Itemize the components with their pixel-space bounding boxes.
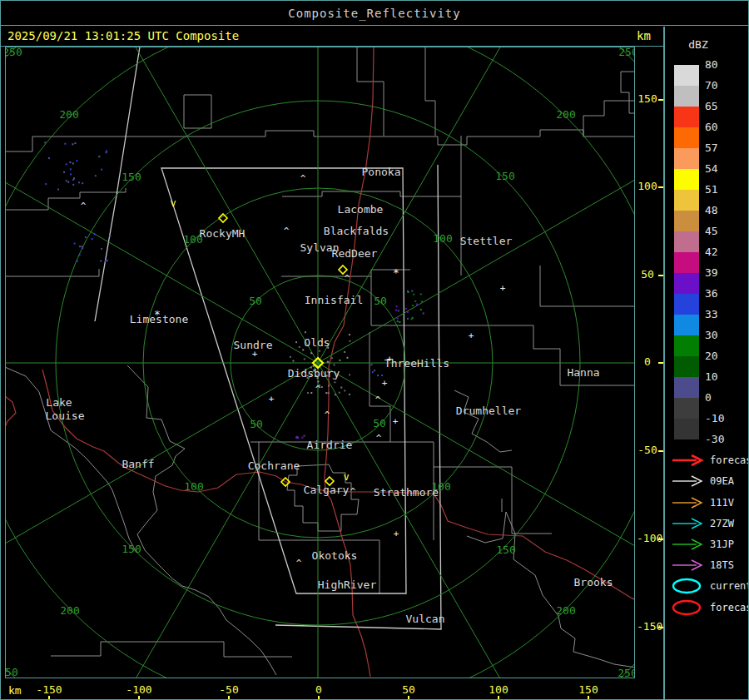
window-title: Composite_Reflectivity — [288, 7, 460, 20]
echo-pixel — [70, 168, 72, 170]
echo-pixel — [408, 291, 409, 293]
city-label-didsbury: Didsbury — [288, 367, 340, 380]
legend-label: 27ZW — [710, 518, 734, 529]
caret-marker-icon: ^ — [325, 410, 330, 420]
echo-pixel — [395, 310, 397, 311]
legend-row-ellipse-forecast: forecast — [670, 598, 749, 618]
dbz-swatch — [674, 231, 699, 252]
echo-pixel — [94, 233, 96, 235]
dbz-swatch — [674, 190, 699, 211]
bottom-axis-tick — [48, 696, 50, 700]
city-label-okotoks: Okotoks — [312, 549, 358, 562]
echo-pixel — [107, 260, 108, 261]
echo-pixel — [290, 356, 291, 358]
dbz-scale-label: 10 — [705, 370, 740, 384]
track-arrow-icon — [670, 474, 707, 489]
dbz-swatch — [674, 148, 699, 169]
dbz-scale-label: 48 — [705, 204, 740, 217]
echo-pixel — [339, 392, 340, 394]
right-distance-axis: 150100500-50-100-150 — [637, 47, 662, 679]
dbz-swatch — [674, 107, 699, 127]
caret-marker-icon: ^ — [296, 558, 302, 568]
echo-pixel — [82, 246, 83, 247]
colorbar-title: dBZ — [665, 38, 732, 51]
city-label-reddeer: RedDeer — [332, 247, 378, 260]
echo-pixel — [407, 318, 409, 320]
echo-pixel — [66, 180, 67, 181]
dbz-swatch — [674, 211, 699, 231]
dbz-scale-label: 36 — [705, 287, 740, 300]
city-label-rockymh: RockyMH — [200, 227, 246, 240]
echo-pixel — [304, 358, 305, 360]
caret-marker-icon: ^ — [284, 226, 290, 236]
bottom-axis-label: 100 — [480, 683, 517, 696]
ring-distance-label: 200 — [59, 108, 78, 121]
city-label-lacombe: Lacombe — [338, 203, 384, 216]
bottom-axis-label: 50 — [390, 683, 427, 696]
bottom-axis-unit-label: km — [8, 684, 22, 697]
radar-map-canvas[interactable]: 2502001501005050100150200250501001502002… — [6, 47, 634, 678]
echo-pixel — [328, 392, 330, 394]
echo-pixel — [78, 181, 80, 183]
track-arrow-icon — [670, 495, 707, 510]
echo-pixel — [349, 334, 350, 335]
ring-distance-label: 100 — [184, 480, 203, 493]
echo-pixel — [82, 182, 83, 184]
echo-pixel — [297, 437, 299, 439]
title-bar: Composite_Reflectivity — [1, 1, 748, 26]
echo-pixel — [396, 305, 398, 307]
echo-pixel — [374, 370, 375, 371]
echo-pixel — [349, 394, 350, 395]
dbz-scale-label: 30 — [705, 329, 740, 342]
echo-pixel — [100, 261, 102, 262]
echo-pixel — [82, 247, 83, 249]
dbz-swatch — [674, 169, 699, 190]
echo-pixel — [73, 177, 75, 179]
city-label-drumheller: Drumheller — [456, 405, 521, 417]
ring-distance-label: 250 — [618, 667, 634, 678]
echo-pixel — [295, 341, 297, 343]
ring-distance-label: 200 — [556, 108, 575, 121]
legend-label: forecast — [710, 602, 749, 613]
bottom-axis-tick — [138, 696, 140, 700]
ring-distance-label: 250 — [618, 47, 634, 58]
echo-pixel — [349, 374, 350, 375]
echo-pixel — [105, 261, 107, 262]
echo-pixel — [397, 318, 399, 320]
echo-pixel — [340, 387, 342, 389]
right-axis-unit-label: km — [637, 29, 651, 42]
dbz-scale-label: 33 — [705, 308, 740, 321]
legend-row-27zw: 27ZW — [670, 516, 749, 533]
city-label-brooks: Brooks — [574, 576, 613, 588]
bottom-axis-label: -100 — [121, 683, 157, 696]
caret-marker-icon: ^ — [315, 384, 321, 395]
echo-pixel — [344, 390, 345, 391]
ring-distance-label: 250 — [6, 666, 18, 678]
echo-pixel — [95, 175, 97, 176]
ring-distance-label: 150 — [122, 171, 141, 183]
caret-marker-icon: ^ — [350, 486, 356, 497]
plus-marker-icon: + — [382, 378, 388, 389]
dbz-scale-label: 80 — [705, 58, 740, 72]
star-marker-icon: * — [154, 308, 161, 320]
echo-pixel — [74, 142, 76, 144]
caret-marker-icon: ^ — [376, 433, 382, 444]
echo-pixel — [85, 236, 87, 238]
echo-pixel — [98, 156, 100, 157]
bottom-axis-label: -50 — [211, 683, 247, 696]
echo-pixel — [101, 169, 102, 171]
legend-row-31jp: 31JP — [670, 537, 749, 554]
legend-row-ellipse-current: current — [670, 576, 749, 596]
bottom-distance-axis: km -150-100-50050100150 — [1, 680, 663, 700]
echo-pixel — [339, 360, 340, 361]
echo-pixel — [66, 163, 67, 165]
plus-marker-icon: + — [500, 283, 506, 294]
dbz-swatch — [674, 86, 699, 107]
dbz-scale-label: 54 — [705, 162, 740, 176]
echo-pixel — [327, 361, 329, 363]
echo-pixel — [293, 360, 295, 362]
legend-label: 111V — [710, 497, 734, 509]
dbz-swatch — [674, 127, 699, 148]
track-arrow-icon — [670, 558, 707, 573]
forecast-ellipse-icon — [670, 598, 707, 618]
